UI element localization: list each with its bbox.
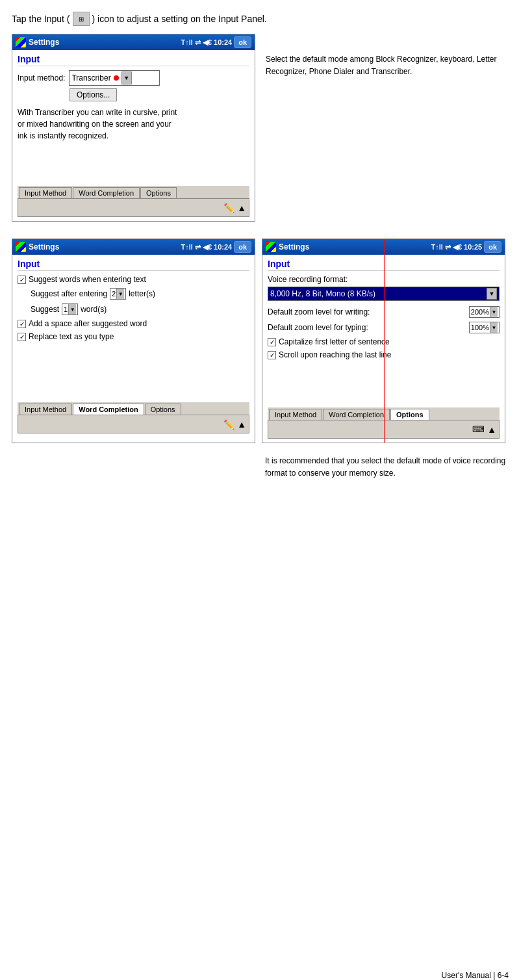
red-dot	[114, 75, 119, 81]
br-tab-options[interactable]: Options	[390, 409, 429, 420]
word-completion-content: ✓ Suggest words when entering text Sugge…	[18, 275, 249, 397]
voice-value: 8,000 Hz, 8 Bit, Mono (8 KB/s)	[270, 289, 375, 298]
suggest-count-arrow[interactable]: ▼	[68, 304, 76, 315]
input-panel-icon: ⊞	[73, 12, 90, 26]
suggest-after-arrow[interactable]: ▼	[116, 289, 124, 299]
zoom-type-value: 100%	[471, 324, 489, 331]
footer-text: User's Manual | 6-4	[442, 971, 509, 980]
zoom-type-dropdown[interactable]: 100% ▼	[469, 322, 500, 333]
top-section-title: Input	[18, 54, 249, 66]
scroll-row: ✓ Scroll upon reaching the last line	[268, 350, 500, 359]
tab-input-method[interactable]: Input Method	[19, 187, 72, 198]
bottom-right-titlebar: Settings T↑ll ⇌ ◀€ 10:25 ok	[262, 239, 505, 255]
win-logo	[16, 37, 26, 47]
zoom-type-label: Default zoom level for typing:	[268, 323, 368, 332]
suggest-words-label: Suggest words when entering text	[29, 275, 146, 284]
titlebar-icons: T↑ll ⇌ ◀€ 10:24 ok	[181, 36, 251, 48]
bottom-right-window: Settings T↑ll ⇌ ◀€ 10:25 ok Input Voice …	[262, 239, 505, 443]
signal-icon: T↑ll	[181, 38, 193, 46]
capitalize-checkbox[interactable]: ✓	[268, 338, 276, 346]
bottom-left-title: Settings	[29, 242, 59, 251]
br-tabs-bottom: ⌨ ▲	[268, 420, 500, 439]
bl-tab-input-method[interactable]: Input Method	[19, 404, 72, 415]
add-space-label: Add a space after suggested word	[29, 319, 147, 328]
titlebar-icons-br: T↑ll ⇌ ◀€ 10:25 ok	[431, 241, 501, 253]
bottom-right-title: Settings	[279, 242, 309, 251]
suggest-count-label-2: word(s)	[81, 305, 107, 314]
zoom-write-arrow[interactable]: ▼	[490, 307, 498, 317]
bottom-note: It is recommended that you select the de…	[265, 455, 520, 480]
suggest-words-row: ✓ Suggest words when entering text	[18, 275, 249, 284]
intro-text-before: Tap the Input (	[12, 14, 70, 24]
options-button[interactable]: Options...	[70, 88, 117, 101]
capitalize-row: ✓ Capitalize first letter of sentence	[268, 337, 500, 346]
arrow-up-icon[interactable]: ▲	[237, 203, 246, 213]
zoom-write-dropdown[interactable]: 200% ▼	[469, 306, 500, 318]
intro-text-after: ) icon to adjust a setting on the Input …	[92, 14, 267, 24]
suggest-count-row: Suggest 1 ▼ word(s)	[31, 303, 249, 315]
capitalize-label: Capitalize first letter of sentence	[279, 337, 390, 346]
bottom-left-window: Settings T↑ll ⇌ ◀€ 10:24 ok Input ✓ Sugg…	[12, 239, 255, 443]
tab-options[interactable]: Options	[140, 187, 177, 198]
suggest-count-value: 1	[64, 305, 68, 313]
bl-tabs-bottom: ✏️ ▲	[18, 415, 249, 433]
transcriber-description: With Transcriber you can write in cursiv…	[18, 107, 249, 142]
suggest-after-label-2: letter(s)	[129, 289, 155, 298]
bottom-right-tabs-bar: Input Method Word Completion Options	[268, 407, 500, 420]
replace-text-label: Replace text as you type	[29, 332, 114, 341]
voice-recording-dropdown[interactable]: 8,000 Hz, 8 Bit, Mono (8 KB/s) ▼	[268, 287, 500, 301]
dropdown-arrow-icon[interactable]: ▼	[121, 71, 132, 84]
voice-label: Voice recording format:	[268, 275, 348, 284]
scroll-label: Scroll upon reaching the last line	[279, 350, 391, 359]
input-method-label: Input method:	[18, 73, 65, 83]
zoom-write-label: Default zoom level for writing:	[268, 307, 370, 316]
top-titlebar: Settings T↑ll ⇌ ◀€ 10:24 ok	[12, 34, 255, 50]
keyboard-icon: ⌨	[472, 424, 485, 434]
signal-icon-bl: T↑ll	[181, 243, 193, 251]
scroll-checkbox[interactable]: ✓	[268, 351, 276, 359]
intro-line: Tap the Input ( ⊞ ) icon to adjust a set…	[12, 12, 520, 26]
arrow-up-icon-bl[interactable]: ▲	[237, 419, 246, 430]
tabs-bottom-bar: ✏️ ▲	[18, 199, 249, 217]
add-space-row: ✓ Add a space after suggested word	[18, 319, 249, 328]
bottom-note-text: It is recommended that you select the de…	[265, 456, 505, 478]
dropdown-value: Transcriber	[71, 73, 110, 83]
suggest-after-dropdown[interactable]: 2 ▼	[110, 288, 126, 300]
bottom-right-time: 10:25	[464, 243, 482, 251]
options-content: Voice recording format: 8,000 Hz, 8 Bit,…	[268, 275, 500, 402]
br-tab-word-completion[interactable]: Word Completion	[323, 409, 390, 420]
bottom-left-ok-button[interactable]: ok	[234, 241, 251, 253]
zoom-type-row: Default zoom level for typing: 100% ▼	[268, 322, 500, 333]
zoom-write-value: 200%	[471, 308, 489, 316]
input-method-row: Input method: Transcriber ▼	[18, 70, 249, 86]
bottom-left-time: 10:24	[214, 243, 232, 251]
top-right-description: Select the default mode among Block Reco…	[266, 34, 520, 228]
volume-icon: ◀€	[203, 38, 212, 47]
suggest-after-label-1: Suggest after entering	[31, 289, 107, 298]
bl-tab-options[interactable]: Options	[145, 404, 181, 415]
arrow-up-icon-br[interactable]: ▲	[487, 424, 496, 435]
pen-icon: ✏️	[223, 203, 234, 213]
input-method-dropdown[interactable]: Transcriber ▼	[69, 70, 160, 86]
bl-tab-word-completion[interactable]: Word Completion	[73, 404, 144, 415]
suggest-words-checkbox[interactable]: ✓	[18, 276, 26, 284]
top-ok-button[interactable]: ok	[234, 36, 251, 48]
bottom-left-titlebar: Settings T↑ll ⇌ ◀€ 10:24 ok	[12, 239, 255, 255]
arrows-icon: ⇌	[195, 38, 201, 47]
arrows-icon-br: ⇌	[445, 243, 451, 251]
zoom-type-arrow[interactable]: ▼	[490, 322, 498, 333]
suggest-count-dropdown[interactable]: 1 ▼	[62, 303, 78, 315]
suggest-after-row: Suggest after entering 2 ▼ letter(s)	[31, 288, 249, 300]
add-space-checkbox[interactable]: ✓	[18, 320, 26, 328]
top-title: Settings	[29, 38, 59, 47]
volume-icon-br: ◀€	[453, 243, 462, 251]
voice-arrow-icon[interactable]: ▼	[487, 288, 497, 300]
tab-word-completion[interactable]: Word Completion	[73, 187, 140, 198]
bottom-left-section-title: Input	[18, 259, 249, 271]
bottom-left-tabs-bar: Input Method Word Completion Options	[18, 402, 249, 415]
br-tab-input-method[interactable]: Input Method	[269, 409, 322, 420]
replace-text-checkbox[interactable]: ✓	[18, 333, 26, 341]
bottom-pair: Settings T↑ll ⇌ ◀€ 10:24 ok Input ✓ Sugg…	[12, 239, 520, 450]
pen-icon-bl: ✏️	[223, 419, 234, 430]
bottom-right-ok-button[interactable]: ok	[484, 241, 501, 253]
